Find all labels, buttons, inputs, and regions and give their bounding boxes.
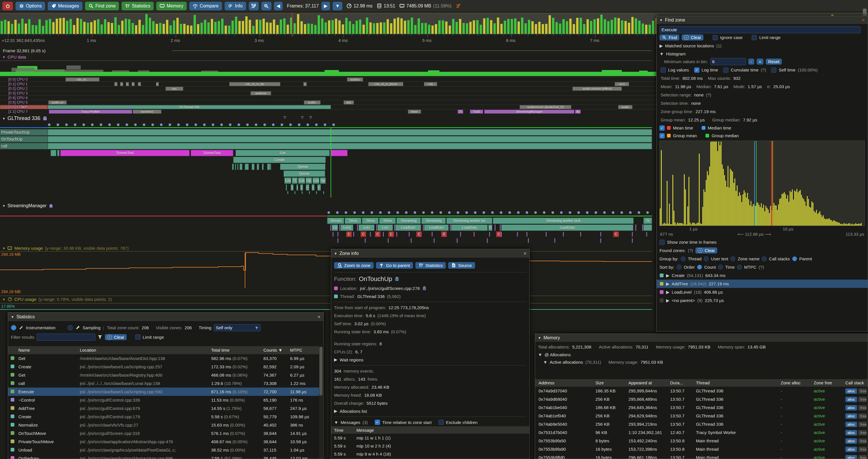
timeline-zone[interactable]: U [488, 225, 492, 231]
statistics-button[interactable]: Statistics [415, 262, 446, 269]
cumulate-time-checkbox[interactable] [723, 67, 728, 73]
table-row[interactable]: Executejni/../jni/src/claw/base/LuaScrip… [8, 388, 319, 396]
clipboard-icon[interactable] [422, 286, 427, 291]
found-zone-row[interactable]: ▶Create(54,131)643.34 ms [659, 271, 865, 280]
table-row[interactable]: Get/mnt/e/claw/src/claw/base/Registry.hp… [8, 371, 319, 379]
timeline-zone[interactable]: ( [312, 184, 314, 191]
close-icon[interactable]: × [862, 17, 865, 23]
column-header[interactable]: Address [538, 379, 594, 388]
wait-regions-expander[interactable]: ▶ Wait regions [334, 356, 526, 364]
alloc-callstack-button[interactable]: alloc [845, 447, 857, 452]
column-header[interactable]: Call stack [845, 379, 867, 388]
sort-time-radio[interactable] [718, 265, 723, 269]
alloc-callstack-button[interactable]: alloc [845, 397, 857, 402]
table-row[interactable]: OnTouchMovejni/../jni/src/guif/Screen.cp… [8, 429, 319, 437]
timeline-zone[interactable]: Streaming worker task [493, 218, 633, 224]
cpu-zone[interactable]: auc [165, 87, 183, 91]
message-row[interactable]: 5.59 smip 11 w 1 h 1 (1) [334, 434, 526, 442]
free-callstack-button[interactable]: free [858, 455, 867, 459]
group-zone-name-radio[interactable] [731, 256, 735, 261]
cpu-zone[interactable]: aut [343, 100, 354, 104]
min-bin-input[interactable]: 6 [710, 58, 746, 65]
funnel-icon[interactable] [98, 335, 102, 339]
timeline-zone[interactable]: LoU [359, 225, 375, 231]
timeline-zone[interactable]: Up [320, 177, 326, 184]
memory-titlebar[interactable]: ▼ Memory [535, 334, 868, 342]
timeline-zone[interactable]: Strea [345, 218, 361, 224]
source-button[interactable]: Source [448, 262, 475, 269]
memory-usage-header[interactable]: ▼ Memory usage (y-range: 30.88 KB, visib… [2, 246, 129, 251]
alloc-callstack-button[interactable]: alloc [845, 422, 857, 427]
cpu-zone[interactable]: audios [347, 77, 363, 81]
column-header[interactable]: Name [19, 346, 79, 355]
memory-table-header[interactable]: AddressSizeAppeared atDura...ThreadZone … [535, 379, 868, 387]
column-header[interactable]: Size [595, 379, 627, 388]
timeline-zone[interactable]: ScreenText [191, 150, 233, 156]
timeline-zone[interactable]: | [297, 184, 298, 191]
timeline-zone[interactable]: Get [236, 150, 330, 156]
cpu-zone[interactable]: c [120, 82, 123, 86]
table-row[interactable]: 0x7553b9fbf016 bytes296,661,186ns13:50.7… [535, 453, 865, 459]
sort-mtpc-radio[interactable] [737, 265, 742, 269]
table-row[interactable]: 0x7553b9fa508 bytes153,492,240ns13:50.8M… [535, 437, 865, 445]
alloc-callstack-button[interactable]: alloc [845, 438, 857, 444]
timeline-zone[interactable]: Strea [379, 218, 396, 224]
timeline-zone[interactable] [57, 150, 59, 156]
instrumentation-label[interactable]: Instrumentation [26, 325, 56, 330]
timeline-zone[interactable] [302, 191, 303, 194]
table-row[interactable]: 0x74ab9e5040256 KB293,994,219ns13:50.7GL… [535, 420, 865, 428]
timeline-zone[interactable]: Loa [312, 177, 319, 184]
close-icon[interactable]: × [523, 251, 526, 257]
table-row[interactable]: 0x74ab1be040186.68 KB294,645,364ns13:50.… [535, 403, 865, 412]
timeline-zone[interactable] [270, 164, 271, 170]
timeline-zone[interactable] [232, 164, 234, 170]
timeline-zone[interactable]: LoadData [501, 225, 633, 231]
cpu-zone[interactable]: c [131, 82, 135, 86]
bin-minus-button[interactable]: - [748, 59, 754, 65]
timeline-zone[interactable]: Loa [284, 177, 291, 184]
memory-usage-graph[interactable] [0, 251, 652, 289]
timeline-zone[interactable]: C [361, 231, 366, 237]
timeline-zone[interactable]: ScreenText [60, 150, 190, 156]
timeline-zone[interactable]: Create [233, 157, 326, 163]
goto-button[interactable] [261, 2, 272, 10]
timeline-zone[interactable] [51, 150, 56, 156]
timing-select[interactable]: Self only▼ [214, 324, 261, 331]
table-row[interactable]: PrivateTouchMovejni/../jni/src/claw/appl… [8, 437, 319, 446]
compare-button[interactable]: Compare [189, 2, 222, 10]
free-callstack-button[interactable]: free [858, 447, 867, 452]
exclude-children-checkbox[interactable] [439, 420, 444, 425]
cpu-zone[interactable]: c [156, 82, 159, 86]
cpu-usage-header[interactable]: ▼ CPU usage (y-range: 0.78%, visible dat… [2, 297, 112, 302]
column-header[interactable]: Zone alloc [781, 379, 812, 388]
show-zone-time-checkbox[interactable] [659, 240, 664, 245]
memory-button[interactable]: Memory [156, 2, 187, 10]
cpu-zone[interactable]: Tracy Profiler [49, 110, 132, 114]
cpu-zone[interactable]: mi.ti [615, 82, 629, 86]
instrumentation-radio[interactable] [11, 325, 17, 330]
glthread-header[interactable]: ▼ GLThread 336 [2, 116, 48, 122]
time-relative-checkbox[interactable]: ✓ [375, 420, 380, 425]
sampling-radio[interactable] [67, 325, 73, 330]
timeline-zone[interactable]: Queue [280, 164, 326, 170]
cpu-zone[interactable]: c [114, 82, 118, 86]
timeline-zone[interactable]: LoadDaU [395, 225, 421, 231]
find-zone-histogram[interactable] [659, 141, 865, 226]
timeline-zone[interactable]: LU [332, 225, 338, 231]
scrollbar-thumb[interactable] [319, 347, 322, 396]
table-row[interactable]: 0x74a9d37040186.35 KB295,999,844ns13:50.… [535, 387, 865, 395]
group-user-text-radio[interactable] [704, 256, 709, 261]
timeline-zone[interactable] [294, 191, 296, 194]
table-row[interactable]: 0x74a9d68040256 KB295,668,489ns13:50.7GL… [535, 395, 865, 403]
timeline-zone[interactable]: |~ [306, 184, 309, 191]
timeline-zone[interactable] [235, 164, 236, 170]
messages-button[interactable]: Messages [48, 2, 83, 10]
timeline-zone[interactable] [48, 136, 652, 142]
messages-table-header[interactable]: TimeMessage [331, 426, 529, 434]
timeline-zone[interactable]: Strea [362, 218, 378, 224]
table-row[interactable]: Get/mnt/e/claw/src/claw/base/AssetDict.h… [8, 354, 319, 363]
timeline-zone[interactable] [331, 150, 347, 156]
legend-checkbox[interactable]: ✓ [659, 126, 664, 131]
sort-count-radio[interactable] [697, 265, 702, 269]
log-time-checkbox[interactable]: ✓ [694, 67, 700, 73]
